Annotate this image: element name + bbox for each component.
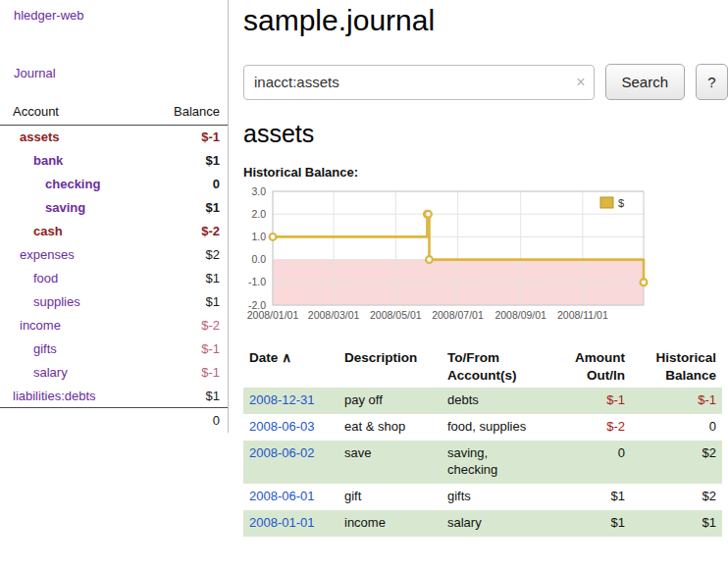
account-link-income[interactable]: income bbox=[20, 318, 61, 333]
account-balance: $2 bbox=[148, 243, 228, 267]
account-link-food[interactable]: food bbox=[33, 271, 58, 286]
txn-amount: $1 bbox=[544, 510, 631, 537]
account-row-bank: bank $1 bbox=[0, 149, 228, 173]
svg-text:3.0: 3.0 bbox=[251, 185, 266, 197]
accounts-header-row: Account Balance bbox=[0, 100, 228, 126]
account-balance: $-1 bbox=[148, 337, 228, 361]
account-row-assets: assets $-1 bbox=[0, 126, 228, 149]
txn-balance: $2 bbox=[631, 484, 722, 510]
register-header-description: Description bbox=[338, 346, 442, 388]
balance-chart: 3.02.01.00.0-1.0-2.02008/01/012008/03/01… bbox=[243, 185, 728, 333]
txn-balance: $1 bbox=[631, 510, 722, 537]
account-row-salary: salary $-1 bbox=[0, 361, 228, 385]
account-balance: $1 bbox=[148, 149, 228, 173]
account-link-liabilities-debts[interactable]: liabilities:debts bbox=[13, 389, 96, 403]
txn-accounts: food, supplies bbox=[442, 414, 544, 441]
register-header-amount: AmountOut/In bbox=[544, 346, 631, 388]
txn-accounts: saving, checking bbox=[442, 441, 544, 484]
txn-amount: 0 bbox=[544, 441, 631, 484]
txn-balance: 0 bbox=[631, 414, 722, 441]
account-link-saving[interactable]: saving bbox=[45, 200, 85, 215]
register-table: Date∧ Description To/FromAccount(s) Amou… bbox=[243, 346, 722, 537]
sort-ascending-icon: ∧ bbox=[282, 350, 291, 365]
account-row-liabilities-debts: liabilities:debts $1 bbox=[0, 385, 228, 408]
account-row-cash: cash $-2 bbox=[0, 220, 228, 243]
account-balance: $1 bbox=[148, 196, 228, 220]
account-link-gifts[interactable]: gifts bbox=[33, 341, 57, 356]
register-row: 2008-06-03 eat & shop food, supplies $-2… bbox=[243, 414, 722, 441]
register-header-row: Date∧ Description To/FromAccount(s) Amou… bbox=[243, 346, 722, 388]
search-form: × Search ? bbox=[243, 64, 728, 100]
txn-amount: $-2 bbox=[544, 414, 631, 441]
svg-text:1.0: 1.0 bbox=[251, 231, 266, 242]
account-link-expenses[interactable]: expenses bbox=[20, 247, 75, 262]
journal-link[interactable]: Journal bbox=[0, 66, 228, 80]
svg-text:-1.0: -1.0 bbox=[248, 276, 266, 287]
account-balance: $-1 bbox=[148, 361, 228, 385]
account-row-expenses: expenses $2 bbox=[0, 243, 228, 267]
account-link-salary[interactable]: salary bbox=[33, 365, 68, 380]
account-row-gifts: gifts $-1 bbox=[0, 337, 228, 361]
accounts-header-balance: Balance bbox=[148, 100, 228, 126]
account-balance: 0 bbox=[148, 173, 228, 196]
svg-text:2008/09/01: 2008/09/01 bbox=[494, 309, 546, 321]
register-header-date[interactable]: Date∧ bbox=[243, 346, 338, 388]
account-row-checking: checking 0 bbox=[0, 173, 228, 196]
svg-text:2.0: 2.0 bbox=[251, 208, 266, 220]
app-title-link[interactable]: hledger-web bbox=[0, 8, 228, 23]
account-heading: assets bbox=[243, 120, 728, 148]
search-button[interactable]: Search bbox=[605, 64, 686, 100]
account-balance: $-1 bbox=[148, 126, 228, 149]
txn-accounts: salary bbox=[442, 510, 544, 537]
search-input[interactable] bbox=[243, 65, 595, 100]
txn-amount: $1 bbox=[544, 484, 631, 510]
account-link-checking[interactable]: checking bbox=[45, 177, 100, 191]
svg-text:2008/11/01: 2008/11/01 bbox=[557, 309, 608, 321]
txn-balance: $-1 bbox=[631, 388, 722, 414]
account-row-food: food $1 bbox=[0, 267, 228, 290]
svg-text:0.0: 0.0 bbox=[251, 253, 266, 265]
account-balance: $1 bbox=[148, 385, 228, 408]
register-row: 2008-06-01 gift gifts $1 $2 bbox=[243, 484, 722, 510]
txn-description: income bbox=[338, 510, 442, 537]
txn-balance: $2 bbox=[631, 441, 722, 484]
register-row: 2008-06-02 save saving, checking 0 $2 bbox=[243, 441, 722, 484]
register-row: 2008-01-01 income salary $1 $1 bbox=[243, 510, 722, 537]
txn-date-link[interactable]: 2008-06-02 bbox=[249, 445, 315, 460]
txn-date-link[interactable]: 2008-12-31 bbox=[249, 392, 315, 407]
register-header-accounts: To/FromAccount(s) bbox=[442, 346, 544, 388]
account-link-assets[interactable]: assets bbox=[20, 130, 59, 144]
txn-description: pay off bbox=[338, 388, 442, 414]
accounts-total-row: 0 bbox=[0, 408, 228, 434]
txn-date-link[interactable]: 2008-01-01 bbox=[249, 515, 315, 530]
txn-date-link[interactable]: 2008-06-01 bbox=[249, 489, 315, 503]
register-row: 2008-12-31 pay off debts $-1 $-1 bbox=[243, 388, 722, 414]
account-balance: $1 bbox=[148, 267, 228, 290]
account-balance: $-2 bbox=[148, 220, 228, 243]
svg-text:2008/07/01: 2008/07/01 bbox=[432, 309, 484, 321]
account-link-supplies[interactable]: supplies bbox=[33, 294, 80, 309]
page-title: sample.journal bbox=[243, 4, 728, 37]
account-balance: $1 bbox=[148, 290, 228, 314]
account-row-saving: saving $1 bbox=[0, 196, 228, 220]
txn-description: save bbox=[338, 441, 442, 484]
account-row-income: income $-2 bbox=[0, 314, 228, 337]
help-button[interactable]: ? bbox=[696, 64, 728, 100]
txn-date-link[interactable]: 2008-06-03 bbox=[249, 419, 315, 434]
txn-accounts: gifts bbox=[442, 484, 544, 510]
clear-search-icon[interactable]: × bbox=[576, 73, 585, 92]
account-row-supplies: supplies $1 bbox=[0, 290, 228, 314]
sidebar: hledger-web Journal Account Balance asse… bbox=[0, 0, 229, 433]
svg-text:2008/05/01: 2008/05/01 bbox=[370, 309, 422, 321]
txn-amount: $-1 bbox=[544, 388, 631, 414]
main-content: sample.journal × Search ? assets Histori… bbox=[243, 0, 728, 537]
account-balance: $-2 bbox=[148, 314, 228, 337]
account-link-cash[interactable]: cash bbox=[33, 224, 63, 238]
txn-description: gift bbox=[338, 484, 442, 510]
svg-text:2008/03/01: 2008/03/01 bbox=[308, 309, 360, 321]
accounts-table: Account Balance assets $-1 bank $1 check… bbox=[0, 100, 228, 433]
svg-text:2008/01/01: 2008/01/01 bbox=[247, 309, 299, 321]
accounts-header-account: Account bbox=[0, 100, 148, 126]
txn-description: eat & shop bbox=[338, 414, 442, 441]
account-link-bank[interactable]: bank bbox=[33, 153, 63, 168]
